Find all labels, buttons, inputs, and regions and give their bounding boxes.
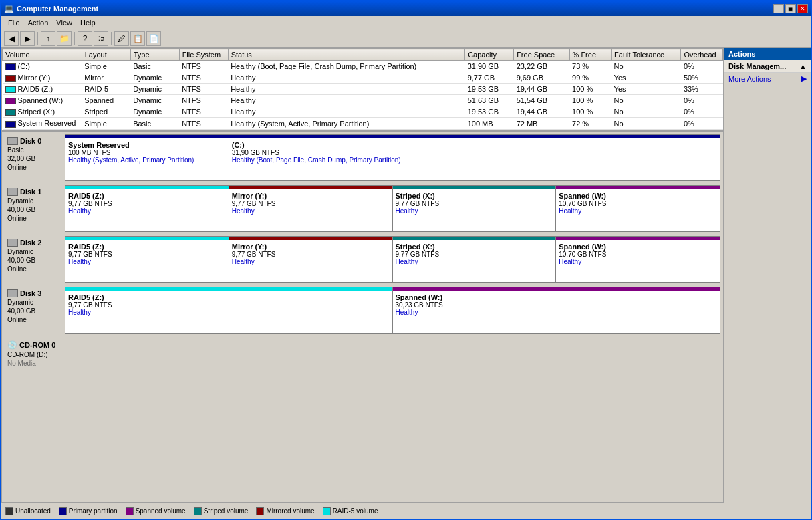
legend-mirrored: Mirrored volume	[256, 507, 314, 515]
th-capacity[interactable]: Capacity	[465, 49, 514, 61]
new-button[interactable]: 📄	[146, 31, 161, 46]
th-pctfree[interactable]: % Free	[569, 49, 612, 61]
folder-button[interactable]: 📁	[57, 31, 72, 46]
export-button[interactable]: 🖊	[114, 31, 129, 46]
copy-button[interactable]: 📋	[130, 31, 145, 46]
legend-mirrored-box	[256, 507, 264, 515]
partition-status: Healthy	[396, 258, 553, 265]
disk-name-3: Disk 3	[7, 289, 62, 297]
cell-overhead: 50%	[681, 72, 723, 84]
th-status[interactable]: Status	[228, 49, 465, 61]
menu-file[interactable]: File	[4, 17, 24, 28]
table-row[interactable]: System Reserved Simple Basic NTFS Health…	[3, 118, 723, 129]
cell-fs: NTFS	[179, 106, 228, 118]
table-row[interactable]: (C:) Simple Basic NTFS Healthy (Boot, Pa…	[3, 61, 723, 72]
cell-layout: Spanned	[82, 95, 130, 106]
actions-panel: Actions Disk Managem... ▲ More Actions ▶	[724, 48, 811, 503]
th-freespace[interactable]: Free Space	[514, 49, 569, 61]
table-row[interactable]: Mirror (Y:) Mirror Dynamic NTFS Healthy …	[3, 72, 723, 84]
menu-view[interactable]: View	[52, 17, 76, 28]
cell-fs: NTFS	[179, 95, 228, 106]
restore-button[interactable]: ▣	[785, 4, 796, 13]
cell-fs: NTFS	[179, 84, 228, 95]
disk-name-1: Disk 1	[7, 188, 62, 196]
cell-pct: 100 %	[569, 84, 612, 95]
th-filesystem[interactable]: File System	[179, 49, 228, 61]
disk-label-2: Disk 2 Dynamic 40,00 GB Online	[5, 236, 65, 283]
menu-action[interactable]: Action	[24, 17, 53, 28]
cell-status: Healthy (Boot, Page File, Crash Dump, Pr…	[228, 61, 465, 72]
partition-size: 9,77 GB NTFS	[232, 200, 390, 207]
legend-spanned-label: Spanned volume	[136, 507, 186, 515]
partition-name: (C:)	[232, 141, 717, 149]
disk-row: Disk 1 Dynamic 40,00 GB Online RAID5 (Z:…	[5, 185, 720, 232]
partition[interactable]: (C:) 31,90 GB NTFS Healthy (Boot, Page F…	[229, 135, 720, 180]
cell-overhead: 33%	[681, 84, 723, 95]
partition[interactable]: Spanned (W:) 10,70 GB NTFS Healthy	[556, 237, 720, 282]
menu-bar: File Action View Help	[1, 16, 811, 29]
cell-fs: NTFS	[179, 118, 228, 129]
cell-capacity: 9,77 GB	[465, 72, 514, 84]
more-actions-item[interactable]: More Actions ▶	[724, 73, 811, 84]
partition[interactable]: Striped (X:) 9,77 GB NTFS Healthy	[393, 237, 557, 282]
partition[interactable]: Spanned (W:) 30,23 GB NTFS Healthy	[393, 287, 720, 333]
legend-spanned: Spanned volume	[126, 507, 186, 515]
partition-name: RAID5 (Z:)	[68, 243, 226, 251]
up-button[interactable]: ↑	[41, 31, 55, 46]
partition-status: Healthy	[232, 207, 390, 215]
partition-top-bar	[556, 186, 720, 189]
cell-type: Dynamic	[130, 95, 179, 106]
partition[interactable]: RAID5 (Z:) 9,77 GB NTFS Healthy	[65, 237, 229, 282]
help-button[interactable]: ?	[78, 31, 92, 46]
cell-volume: Spanned (W:)	[3, 95, 82, 106]
partition-top-bar	[393, 287, 720, 291]
cell-capacity: 100 MB	[465, 118, 514, 129]
th-layout[interactable]: Layout	[82, 49, 130, 61]
partition-size: 10,70 GB NTFS	[559, 200, 717, 207]
cell-fault: No	[612, 118, 681, 129]
table-row[interactable]: Striped (X:) Striped Dynamic NTFS Health…	[3, 106, 723, 118]
disk-name-0: Disk 0	[7, 137, 62, 145]
partition-top-bar	[65, 287, 392, 291]
table-row[interactable]: RAID5 (Z:) RAID-5 Dynamic NTFS Healthy 1…	[3, 84, 723, 95]
partition[interactable]: Mirror (Y:) 9,77 GB NTFS Healthy	[229, 237, 393, 282]
th-type[interactable]: Type	[130, 49, 179, 61]
partition[interactable]: RAID5 (Z:) 9,77 GB NTFS Healthy	[65, 287, 393, 333]
partition-size: 100 MB NTFS	[68, 149, 226, 156]
properties-button[interactable]: 🗂	[94, 31, 108, 46]
partition[interactable]: RAID5 (Z:) 9,77 GB NTFS Healthy	[65, 186, 229, 231]
table-row[interactable]: Spanned (W:) Spanned Dynamic NTFS Health…	[3, 95, 723, 106]
cell-layout: Simple	[82, 61, 130, 72]
partition[interactable]: Mirror (Y:) 9,77 GB NTFS Healthy	[229, 186, 393, 231]
back-button[interactable]: ◀	[4, 31, 19, 46]
menu-help[interactable]: Help	[76, 17, 100, 28]
partition-name: Striped (X:)	[396, 192, 553, 200]
minimize-button[interactable]: —	[773, 4, 784, 13]
actions-group[interactable]: Disk Managem... ▲	[724, 60, 811, 73]
cdrom-drive: CD-ROM (D:)	[7, 351, 62, 358]
cell-pct: 99 %	[569, 72, 612, 84]
cell-free: 9,69 GB	[514, 72, 569, 84]
disk-rows-container: Disk 0 Basic 32,00 GB Online System Rese…	[5, 134, 720, 334]
toolbar: ◀ ▶ ↑ 📁 ? 🗂 🖊 📋 📄	[1, 29, 811, 48]
disk-row: Disk 2 Dynamic 40,00 GB Online RAID5 (Z:…	[5, 236, 720, 283]
forward-button[interactable]: ▶	[20, 31, 35, 46]
th-fault[interactable]: Fault Tolerance	[612, 49, 681, 61]
legend-striped-box	[194, 507, 202, 515]
disk-partitions-2: RAID5 (Z:) 9,77 GB NTFS Healthy Mirror (…	[65, 236, 720, 283]
cell-layout: Simple	[82, 118, 130, 129]
partition[interactable]: Spanned (W:) 10,70 GB NTFS Healthy	[556, 186, 720, 231]
cell-capacity: 31,90 GB	[465, 61, 514, 72]
th-overhead[interactable]: Overhead	[681, 49, 723, 61]
partition-size: 9,77 GB NTFS	[396, 200, 553, 207]
cell-type: Dynamic	[130, 84, 179, 95]
actions-title: Actions	[728, 50, 755, 58]
cdrom-row: 💿 CD-ROM 0 CD-ROM (D:) No Media	[5, 338, 720, 384]
volume-table: Volume Layout Type File System Status Ca…	[2, 49, 723, 130]
th-volume[interactable]: Volume	[3, 49, 82, 61]
partition-status: Healthy	[68, 258, 226, 265]
partition[interactable]: System Reserved 100 MB NTFS Healthy (Sys…	[65, 135, 229, 180]
partition-top-bar	[393, 237, 556, 240]
partition[interactable]: Striped (X:) 9,77 GB NTFS Healthy	[393, 186, 557, 231]
close-button[interactable]: ✕	[797, 4, 808, 13]
